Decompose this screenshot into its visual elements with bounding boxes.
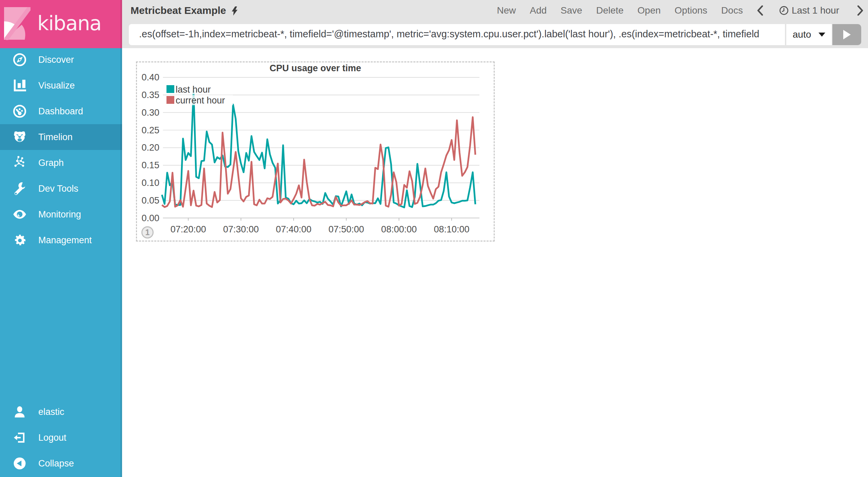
- series-current-hour: [162, 117, 475, 207]
- menu-options[interactable]: Options: [675, 5, 708, 16]
- timelion-query-row: auto: [129, 24, 861, 45]
- sidebar-footer-collapse-label: Collapse: [38, 458, 74, 469]
- timelion-chart-panel[interactable]: CPU usage over time0.000.050.100.150.200…: [136, 61, 495, 242]
- sidebar-footer-collapse[interactable]: Collapse: [0, 451, 122, 476]
- menu-new[interactable]: New: [497, 5, 516, 16]
- topbar-menu-row: Metricbeat Example NewAddSaveDeleteOpenO…: [122, 0, 868, 21]
- sidebar-item-dashboard[interactable]: Dashboard: [0, 98, 122, 124]
- sidebar-footer-logout[interactable]: Logout: [0, 425, 122, 451]
- sidebar-item-dev-tools-label: Dev Tools: [38, 184, 78, 194]
- legend-swatch: [166, 96, 174, 104]
- y-tick-label: 0.05: [141, 195, 159, 206]
- x-tick-label: 08:00:00: [381, 224, 417, 234]
- legend-label: last hour: [176, 84, 211, 95]
- interval-value: auto: [793, 29, 811, 40]
- x-tick-label: 07:20:00: [171, 224, 206, 234]
- x-tick-label: 07:30:00: [223, 224, 259, 234]
- content-area: CPU usage over time0.000.050.100.150.200…: [122, 48, 868, 477]
- timelion-bear-icon: [12, 130, 27, 145]
- x-tick-label: 07:40:00: [276, 224, 311, 234]
- user-icon: [12, 404, 27, 419]
- topbar: Metricbeat Example NewAddSaveDeleteOpenO…: [122, 0, 868, 48]
- wrench-icon: [12, 181, 27, 196]
- sidebar-item-dev-tools[interactable]: Dev Tools: [0, 176, 122, 202]
- clock-icon: [779, 6, 789, 15]
- dashboard-icon: [12, 104, 27, 119]
- y-tick-label: 0.30: [141, 108, 159, 118]
- sidebar-item-management-label: Management: [38, 235, 92, 246]
- sidebar-item-timelion[interactable]: Timelion: [0, 124, 122, 150]
- y-tick-label: 0.20: [141, 142, 159, 153]
- cpu-usage-chart: CPU usage over time0.000.050.100.150.200…: [137, 62, 494, 241]
- bar-chart-icon: [12, 78, 27, 93]
- kibana-logo-text: kibana: [37, 12, 101, 35]
- collapse-icon: [12, 456, 27, 471]
- sidebar-item-dashboard-label: Dashboard: [38, 106, 83, 117]
- sidebar-item-discover-label: Discover: [38, 55, 74, 65]
- topbar-menu: NewAddSaveDeleteOpenOptionsDocs: [497, 5, 756, 16]
- menu-save[interactable]: Save: [560, 5, 582, 16]
- logout-icon: [12, 430, 27, 445]
- sidebar-item-timelion-label: Timelion: [38, 132, 73, 142]
- sidebar-item-monitoring-label: Monitoring: [38, 209, 81, 220]
- kibana-logo-icon: [4, 7, 31, 40]
- time-back-icon[interactable]: [757, 5, 764, 16]
- lightning-bolt-icon: [231, 6, 238, 16]
- time-picker[interactable]: Last 1 hour: [779, 5, 839, 16]
- sidebar-nav: DiscoverVisualizeDashboardTimelionGraphD…: [0, 47, 122, 253]
- sidebar-item-monitoring[interactable]: Monitoring: [0, 202, 122, 227]
- legend-swatch: [166, 85, 174, 93]
- y-tick-label: 0.25: [141, 125, 159, 135]
- sidebar-item-visualize[interactable]: Visualize: [0, 73, 122, 98]
- interval-select[interactable]: auto: [786, 24, 832, 45]
- time-range-label: Last 1 hour: [792, 5, 839, 16]
- sheet-title: Metricbeat Example: [131, 5, 238, 16]
- sidebar-footer-elastic-label: elastic: [38, 407, 64, 417]
- caret-down-icon: [818, 33, 825, 37]
- sidebar-item-management[interactable]: Management: [0, 227, 122, 253]
- sidebar: kibana DiscoverVisualizeDashboardTimelio…: [0, 0, 122, 477]
- timelion-expression-input[interactable]: [129, 24, 785, 45]
- run-button[interactable]: [832, 24, 861, 45]
- sidebar-item-visualize-label: Visualize: [38, 80, 75, 91]
- legend-label: current hour: [176, 95, 225, 106]
- sidebar-item-discover[interactable]: Discover: [0, 47, 122, 73]
- eye-icon: [12, 207, 27, 222]
- x-tick-label: 08:10:00: [434, 224, 469, 234]
- menu-delete[interactable]: Delete: [596, 5, 624, 16]
- y-tick-label: 0.15: [141, 160, 159, 170]
- sidebar-item-graph[interactable]: Graph: [0, 150, 122, 176]
- chart-title: CPU usage over time: [270, 63, 361, 73]
- y-tick-label: 0.00: [141, 213, 159, 223]
- compass-icon: [12, 52, 27, 67]
- sidebar-footer: elasticLogoutCollapse: [0, 399, 122, 476]
- x-tick-label: 07:50:00: [329, 224, 364, 234]
- series-last-hour: [162, 91, 475, 208]
- y-tick-label: 0.40: [141, 72, 159, 82]
- sidebar-footer-elastic[interactable]: elastic: [0, 399, 122, 425]
- kibana-app: kibana DiscoverVisualizeDashboardTimelio…: [0, 0, 868, 477]
- menu-open[interactable]: Open: [637, 5, 661, 16]
- menu-docs[interactable]: Docs: [721, 5, 743, 16]
- panel-number-badge: 1: [141, 226, 154, 238]
- y-tick-label: 0.10: [141, 178, 159, 188]
- graph-icon: [12, 155, 27, 170]
- menu-add[interactable]: Add: [530, 5, 547, 16]
- gear-icon: [12, 233, 27, 248]
- sidebar-footer-logout-label: Logout: [38, 433, 66, 443]
- play-icon: [843, 30, 851, 39]
- y-tick-label: 0.35: [141, 90, 159, 100]
- time-forward-icon[interactable]: [857, 5, 864, 16]
- kibana-brand[interactable]: kibana: [0, 0, 122, 48]
- sidebar-item-graph-label: Graph: [38, 158, 64, 168]
